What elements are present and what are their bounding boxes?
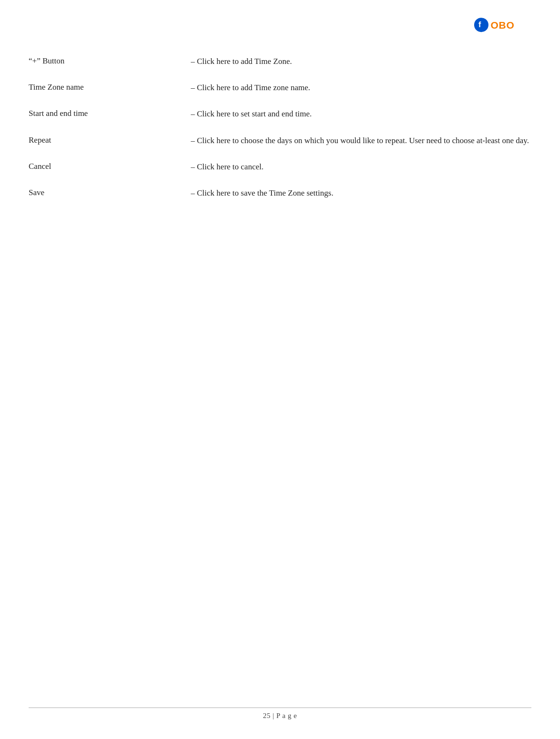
list-item: Start and end time – Click here to set s… [29,107,531,120]
page-footer: 25 | P a g e [0,708,560,720]
svg-text:f: f [478,20,481,29]
logo-container: f OBO [474,14,531,36]
page-header: f OBO [29,14,531,36]
list-item: “+” Button – Click here to add Time Zone… [29,55,531,68]
footer-divider [29,708,531,708]
desc-repeat: – Click here to choose the days on which… [191,134,531,147]
term-repeat: Repeat [29,134,191,146]
list-item: Cancel – Click here to cancel. [29,160,531,173]
desc-plus-button: – Click here to add Time Zone. [191,55,531,68]
svg-text:OBO: OBO [491,20,515,31]
page-container: f OBO “+” Button – Click here to add Tim… [0,0,560,739]
term-timezone-name: Time Zone name [29,81,191,94]
list-item: Save – Click here to save the Time Zone … [29,187,531,199]
term-start-end-time: Start and end time [29,107,191,120]
term-save: Save [29,187,191,199]
list-item: Time Zone name – Click here to add Time … [29,81,531,94]
desc-cancel: – Click here to cancel. [191,160,531,173]
desc-timezone-name: – Click here to add Time zone name. [191,81,531,94]
content-table: “+” Button – Click here to add Time Zone… [29,55,531,199]
list-item: Repeat – Click here to choose the days o… [29,134,531,147]
svg-point-0 [474,18,488,32]
term-cancel: Cancel [29,160,191,173]
term-plus-button: “+” Button [29,55,191,67]
desc-start-end-time: – Click here to set start and end time. [191,107,531,120]
fobo-logo: f OBO [474,14,531,36]
page-number: 25 | P a g e [263,712,297,720]
desc-save: – Click here to save the Time Zone setti… [191,187,531,199]
